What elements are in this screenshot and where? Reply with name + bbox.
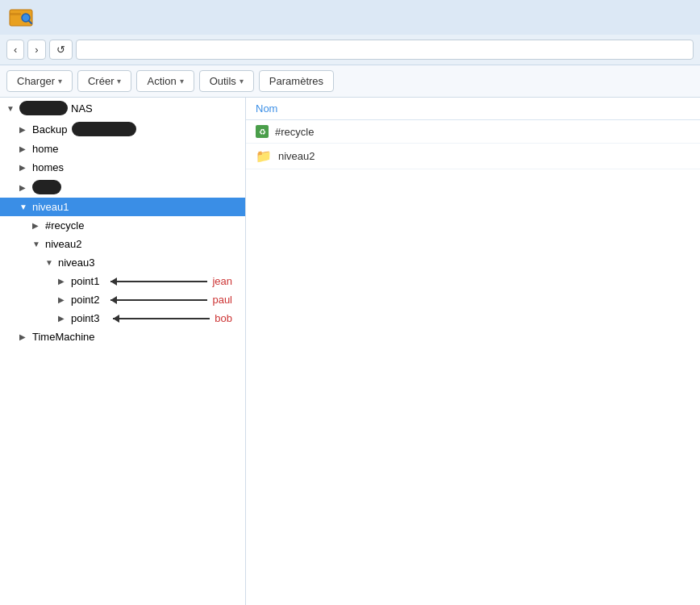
creer-label: Créer [88, 75, 115, 87]
niveau1-label: niveau1 [32, 201, 69, 213]
arrow-line [110, 281, 207, 282]
back-button[interactable]: ‹ [6, 40, 24, 60]
toggle-icon: ▼ [6, 104, 19, 113]
outils-button[interactable]: Outils ▾ [199, 70, 254, 92]
charger-label: Charger [17, 75, 55, 87]
redacted-item [32, 180, 61, 194]
point2-label: point2 [71, 294, 99, 306]
outils-dropdown-arrow: ▾ [240, 77, 244, 86]
action-label: Action [147, 75, 176, 87]
niveau2-file-name: niveau2 [278, 150, 315, 162]
svg-rect-1 [10, 13, 21, 15]
toggle-icon: ▼ [32, 240, 45, 248]
sidebar-item-recycle[interactable]: ▶ #recycle [0, 216, 245, 235]
action-button[interactable]: Action ▾ [136, 70, 194, 92]
toggle-icon: ▶ [19, 144, 32, 153]
recycle-label: #recycle [45, 219, 84, 232]
refresh-button[interactable]: ↺ [49, 40, 73, 60]
sidebar-item-redacted[interactable]: ▶ [0, 177, 245, 198]
niveau3-label: niveau3 [58, 257, 95, 269]
charger-button[interactable]: Charger ▾ [6, 70, 73, 92]
toolbar: Charger ▾ Créer ▾ Action ▾ Outils ▾ Para… [0, 65, 700, 98]
app-icon [8, 5, 34, 30]
recycle-file-icon: ♻ [256, 125, 269, 138]
annotation-point3: bob [113, 312, 239, 324]
sidebar-item-point2[interactable]: ▶ point2 paul [0, 290, 245, 309]
annotation-bob: bob [215, 312, 232, 324]
address-bar[interactable]: niveau1 [76, 40, 694, 60]
creer-dropdown-arrow: ▾ [117, 77, 121, 86]
toggle-icon: ▶ [19, 125, 32, 134]
annotation-paul: paul [212, 294, 232, 306]
parametres-label: Paramètres [269, 75, 323, 87]
folder-file-icon: 📁 [256, 148, 272, 164]
arrow-line [110, 299, 207, 301]
sidebar-item-nas[interactable]: ▼ NAS [0, 98, 245, 119]
file-list-header: Nom [246, 98, 700, 120]
annotation-point2: paul [110, 294, 239, 306]
nav-bar: ‹ › ↺ niveau1 [0, 35, 700, 65]
annotation-point1: jean [110, 275, 239, 287]
sidebar-item-backup[interactable]: ▶ Backup [0, 119, 245, 140]
toggle-icon: ▶ [58, 295, 71, 304]
backup-label: Backup [32, 123, 67, 136]
col-nom-header: Nom [256, 102, 277, 115]
point1-label: point1 [71, 275, 99, 287]
niveau2-label: niveau2 [45, 238, 82, 250]
home-label: home [32, 143, 59, 155]
main-content: ▼ NAS ▶ Backup ▶ home ▶ homes ▶ ▼ nivea [0, 98, 700, 605]
toggle-icon: ▶ [19, 163, 32, 172]
file-list: Nom ♻ #recycle 📁 niveau2 [246, 98, 700, 605]
toggle-icon: ▼ [45, 258, 58, 267]
toggle-icon: ▶ [58, 277, 71, 286]
toggle-icon: ▼ [19, 202, 32, 211]
nas-label: NAS [71, 102, 93, 115]
parametres-button[interactable]: Paramètres [259, 70, 334, 92]
sidebar-item-timemachine[interactable]: ▶ TimeMachine [0, 328, 245, 346]
creer-button[interactable]: Créer ▾ [77, 70, 132, 92]
arrow-line [113, 318, 210, 319]
sidebar-item-niveau2[interactable]: ▼ niveau2 [0, 235, 245, 253]
sidebar-item-niveau1[interactable]: ▼ niveau1 [0, 198, 245, 216]
file-row-niveau2[interactable]: 📁 niveau2 [246, 144, 700, 169]
recycle-file-name: #recycle [275, 126, 314, 138]
toggle-icon: ▶ [58, 314, 71, 323]
toggle-icon: ▶ [19, 332, 32, 341]
charger-dropdown-arrow: ▾ [58, 77, 62, 86]
sidebar-item-home[interactable]: ▶ home [0, 140, 245, 158]
sidebar-item-point1[interactable]: ▶ point1 jean [0, 272, 245, 290]
file-row-recycle[interactable]: ♻ #recycle [246, 120, 700, 144]
toggle-icon: ▶ [32, 221, 45, 230]
point3-label: point3 [71, 312, 99, 324]
sidebar-item-point3[interactable]: ▶ point3 bob [0, 309, 245, 328]
redacted-backup [72, 122, 136, 136]
sidebar-item-homes[interactable]: ▶ homes [0, 158, 245, 177]
action-dropdown-arrow: ▾ [180, 77, 184, 86]
outils-label: Outils [210, 75, 236, 87]
sidebar: ▼ NAS ▶ Backup ▶ home ▶ homes ▶ ▼ nivea [0, 98, 246, 605]
redacted-nas [19, 101, 68, 115]
forward-button[interactable]: › [27, 40, 45, 60]
annotation-jean: jean [212, 275, 232, 287]
toggle-icon: ▶ [19, 183, 32, 192]
timemachine-label: TimeMachine [32, 331, 95, 343]
homes-label: homes [32, 161, 64, 173]
sidebar-item-niveau3[interactable]: ▼ niveau3 [0, 253, 245, 272]
title-bar [0, 0, 700, 35]
